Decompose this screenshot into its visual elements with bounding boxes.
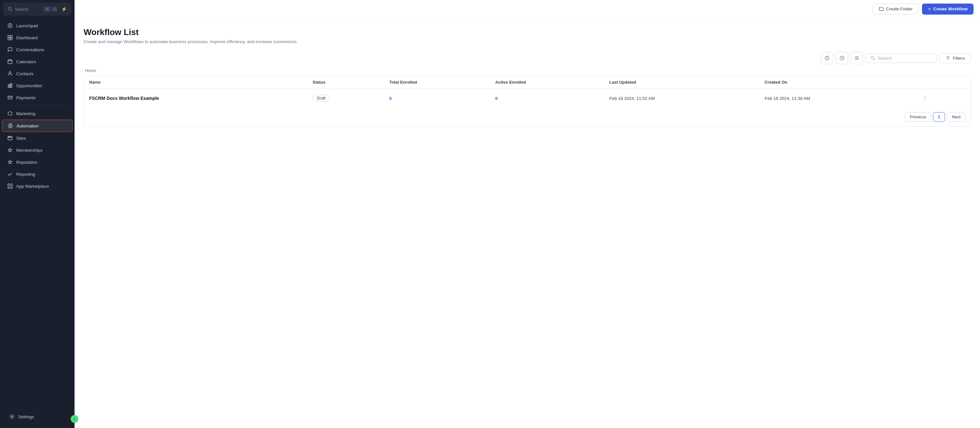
col-last-updated: Last Updated	[604, 76, 759, 89]
dashboard-icon	[7, 35, 13, 40]
svg-rect-3	[8, 35, 10, 37]
kbd-key: K	[52, 7, 57, 11]
sidebar-item-contacts[interactable]: Contacts	[2, 68, 73, 80]
keyboard-shortcut: ⌘ K	[44, 7, 57, 12]
col-total-enrolled: Total Enrolled	[384, 76, 490, 89]
conversations-icon	[7, 47, 13, 53]
toolbar: Search Filters	[84, 52, 971, 64]
opportunities-icon	[7, 83, 13, 88]
sidebar-collapse-button[interactable]: ‹	[71, 415, 78, 423]
table-header: Name Status Total Enrolled Active Enroll…	[84, 76, 970, 89]
svg-point-30	[11, 416, 13, 418]
sidebar-item-label: Marketing	[16, 111, 35, 116]
sidebar-item-label: Opportunities	[16, 83, 42, 88]
sidebar-item-automation[interactable]: Automation	[2, 120, 73, 132]
marketing-icon	[7, 110, 13, 117]
workflow-created-on: Feb 16 2024, 11:38 AM	[759, 89, 915, 108]
workflow-table-container: Name Status Total Enrolled Active Enroll…	[84, 75, 971, 126]
col-name: Name	[84, 76, 307, 89]
svg-rect-29	[11, 187, 12, 188]
sidebar-item-label: App Marketplace	[16, 184, 49, 189]
content-area: Workflow List Create and manage Workflow…	[75, 18, 980, 428]
svg-line-1	[11, 10, 12, 11]
sidebar-item-label: Contacts	[16, 71, 33, 76]
sidebar-item-payments[interactable]: Payments	[2, 92, 73, 104]
workflow-total-enrolled: 0	[384, 89, 490, 108]
search-bar[interactable]: Search ⌘ K ⚡	[3, 3, 71, 16]
svg-point-11	[9, 72, 11, 73]
pagination: Previous 1 Next	[84, 108, 970, 126]
svg-rect-27	[11, 184, 12, 185]
svg-rect-15	[8, 96, 12, 99]
view-mode-button-2[interactable]	[836, 52, 848, 64]
reporting-icon	[7, 171, 13, 177]
create-folder-button[interactable]: Create Folder	[873, 3, 919, 14]
svg-rect-14	[11, 83, 12, 88]
sidebar-settings: Settings	[0, 409, 75, 428]
automation-icon	[8, 123, 13, 129]
clock-icon	[839, 56, 845, 61]
current-page-button[interactable]: 1	[933, 112, 945, 121]
workflow-active-enrolled: 0	[490, 89, 604, 108]
sidebar-item-label: Memberships	[16, 148, 43, 153]
svg-point-2	[8, 24, 12, 28]
svg-rect-26	[8, 184, 10, 185]
sidebar-item-conversations[interactable]: Conversations	[2, 44, 73, 56]
sidebar-item-memberships[interactable]: Memberships	[2, 144, 73, 156]
workflow-table: Name Status Total Enrolled Active Enroll…	[84, 76, 970, 108]
search-label: Search	[878, 56, 891, 61]
workflow-name[interactable]: FSCRM Docs Workflow Example	[84, 89, 307, 108]
folder-icon	[879, 6, 884, 11]
collapse-icon: ‹	[74, 417, 75, 421]
memberships-icon	[7, 147, 13, 153]
svg-rect-5	[8, 38, 10, 40]
sidebar-item-reputation[interactable]: Reputation	[2, 156, 73, 168]
next-page-button[interactable]: Next	[947, 112, 966, 121]
workflow-status: Draft	[307, 89, 384, 108]
sidebar-item-label: Payments	[16, 95, 36, 100]
sidebar-item-settings[interactable]: Settings	[4, 411, 71, 423]
svg-rect-12	[8, 85, 9, 88]
sidebar: Search ⌘ K ⚡ Launchpad	[0, 0, 75, 428]
search-box[interactable]: Search	[865, 53, 937, 63]
sidebar-item-opportunities[interactable]: Opportunities	[2, 80, 73, 91]
view-mode-button-3[interactable]	[851, 52, 863, 64]
sidebar-item-calendars[interactable]: Calendars	[2, 56, 73, 67]
sidebar-item-label: Sites	[16, 136, 26, 141]
launchpad-icon	[7, 23, 13, 29]
topbar: Create Folder + Create Workflow	[75, 0, 980, 18]
sidebar-item-marketing[interactable]: Marketing	[2, 108, 73, 119]
table-body: FSCRM Docs Workflow Example Draft 0 0 Fe…	[84, 89, 970, 108]
sidebar-item-app-marketplace[interactable]: App Marketplace	[2, 180, 73, 192]
svg-rect-6	[10, 38, 12, 40]
breadcrumb: Home	[84, 68, 971, 73]
sidebar-item-label: Launchpad	[16, 23, 38, 28]
nav-divider	[5, 105, 69, 106]
page-description: Create and manage Workflows to automate …	[84, 39, 310, 44]
create-workflow-label: Create Workflow	[933, 6, 968, 11]
clock-recent-icon	[824, 56, 830, 61]
search-placeholder: Search	[15, 7, 28, 12]
sidebar-item-label: Settings	[18, 414, 34, 419]
sidebar-item-label: Dashboard	[16, 35, 38, 40]
col-status: Status	[307, 76, 384, 89]
svg-line-39	[874, 59, 875, 60]
sidebar-item-label: Reputation	[16, 160, 37, 165]
svg-rect-28	[8, 187, 10, 188]
create-workflow-button[interactable]: + Create Workflow	[922, 3, 974, 14]
workflow-last-updated: Feb 16 2024, 11:52 AM	[604, 89, 759, 108]
sidebar-item-dashboard[interactable]: Dashboard	[2, 32, 73, 43]
sidebar-item-sites[interactable]: Sites	[2, 132, 73, 144]
view-mode-button-1[interactable]	[821, 52, 833, 64]
app-marketplace-icon	[7, 183, 13, 189]
more-options-button[interactable]: ⋮	[920, 93, 930, 103]
svg-rect-7	[8, 60, 12, 64]
sidebar-item-launchpad[interactable]: Launchpad	[2, 20, 73, 32]
previous-page-button[interactable]: Previous	[905, 112, 931, 121]
col-active-enrolled: Active Enrolled	[490, 76, 604, 89]
contacts-icon	[7, 71, 13, 77]
sidebar-item-reporting[interactable]: Reporting	[2, 168, 73, 180]
settings-icon	[9, 414, 15, 420]
svg-rect-4	[10, 35, 12, 37]
filters-button[interactable]: Filters	[940, 53, 971, 63]
